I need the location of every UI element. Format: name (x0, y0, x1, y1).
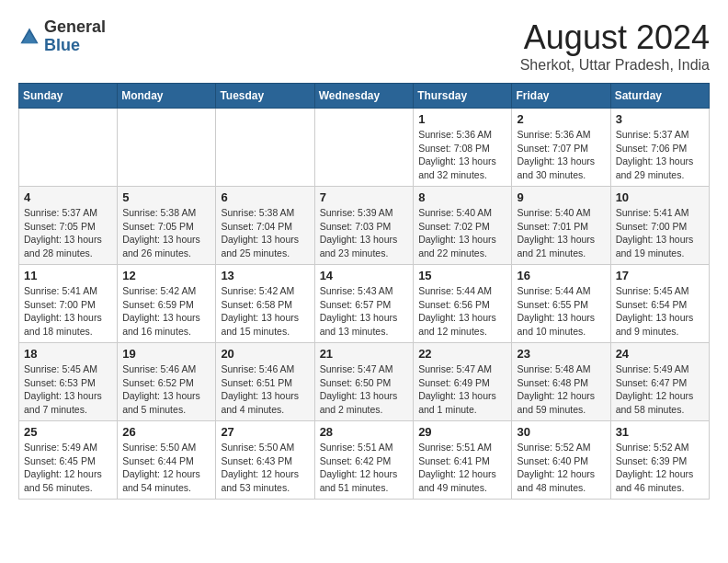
calendar-cell: 16Sunrise: 5:44 AM Sunset: 6:55 PM Dayli… (512, 265, 610, 343)
calendar-cell: 18Sunrise: 5:45 AM Sunset: 6:53 PM Dayli… (19, 343, 118, 421)
day-number: 19 (122, 347, 210, 361)
calendar-cell: 19Sunrise: 5:46 AM Sunset: 6:52 PM Dayli… (118, 343, 216, 421)
calendar-cell: 3Sunrise: 5:37 AM Sunset: 7:06 PM Daylig… (610, 109, 709, 187)
weekday-header-friday: Friday (512, 84, 610, 109)
day-info: Sunrise: 5:50 AM Sunset: 6:43 PM Dayligh… (221, 441, 309, 495)
calendar-week-row: 18Sunrise: 5:45 AM Sunset: 6:53 PM Dayli… (19, 343, 710, 421)
day-info: Sunrise: 5:42 AM Sunset: 6:58 PM Dayligh… (221, 284, 309, 339)
calendar-cell: 6Sunrise: 5:38 AM Sunset: 7:04 PM Daylig… (216, 187, 314, 265)
calendar-cell: 31Sunrise: 5:52 AM Sunset: 6:39 PM Dayli… (610, 421, 709, 500)
day-info: Sunrise: 5:43 AM Sunset: 6:57 PM Dayligh… (320, 284, 409, 339)
logo-blue-text: Blue (44, 36, 80, 54)
calendar-cell: 15Sunrise: 5:44 AM Sunset: 6:56 PM Dayli… (414, 265, 512, 343)
calendar-cell: 28Sunrise: 5:51 AM Sunset: 6:42 PM Dayli… (314, 421, 414, 500)
day-info: Sunrise: 5:46 AM Sunset: 6:51 PM Dayligh… (221, 362, 309, 417)
weekday-header-sunday: Sunday (19, 84, 118, 109)
day-info: Sunrise: 5:39 AM Sunset: 7:03 PM Dayligh… (320, 206, 409, 260)
calendar-cell: 29Sunrise: 5:51 AM Sunset: 6:41 PM Dayli… (414, 421, 512, 500)
day-info: Sunrise: 5:37 AM Sunset: 7:06 PM Dayligh… (616, 128, 704, 182)
day-number: 25 (24, 425, 112, 439)
day-number: 21 (320, 347, 409, 361)
day-number: 20 (221, 347, 309, 361)
calendar-cell: 12Sunrise: 5:42 AM Sunset: 6:59 PM Dayli… (118, 265, 216, 343)
weekday-header-wednesday: Wednesday (314, 84, 414, 109)
day-info: Sunrise: 5:52 AM Sunset: 6:39 PM Dayligh… (616, 441, 704, 495)
day-number: 5 (122, 190, 210, 204)
day-info: Sunrise: 5:38 AM Sunset: 7:04 PM Dayligh… (221, 206, 309, 260)
day-number: 23 (517, 347, 605, 361)
day-info: Sunrise: 5:38 AM Sunset: 7:05 PM Dayligh… (122, 206, 210, 260)
weekday-header-tuesday: Tuesday (216, 84, 314, 109)
calendar-cell: 4Sunrise: 5:37 AM Sunset: 7:05 PM Daylig… (19, 187, 118, 265)
calendar-cell: 21Sunrise: 5:47 AM Sunset: 6:50 PM Dayli… (314, 343, 414, 421)
day-number: 31 (616, 425, 704, 439)
day-info: Sunrise: 5:49 AM Sunset: 6:47 PM Dayligh… (616, 362, 704, 417)
calendar-cell: 24Sunrise: 5:49 AM Sunset: 6:47 PM Dayli… (610, 343, 709, 421)
logo-general-text: General (44, 17, 106, 36)
weekday-header-row: SundayMondayTuesdayWednesdayThursdayFrid… (19, 84, 710, 109)
day-info: Sunrise: 5:47 AM Sunset: 6:50 PM Dayligh… (320, 362, 409, 417)
day-info: Sunrise: 5:37 AM Sunset: 7:05 PM Dayligh… (24, 206, 112, 260)
day-info: Sunrise: 5:44 AM Sunset: 6:56 PM Dayligh… (418, 284, 506, 339)
day-number: 4 (24, 190, 112, 204)
calendar-cell: 10Sunrise: 5:41 AM Sunset: 7:00 PM Dayli… (610, 187, 709, 265)
calendar-cell: 25Sunrise: 5:49 AM Sunset: 6:45 PM Dayli… (19, 421, 118, 500)
day-info: Sunrise: 5:45 AM Sunset: 6:53 PM Dayligh… (24, 362, 112, 417)
calendar-week-row: 1Sunrise: 5:36 AM Sunset: 7:08 PM Daylig… (19, 109, 710, 187)
day-info: Sunrise: 5:41 AM Sunset: 7:00 PM Dayligh… (616, 206, 704, 260)
weekday-header-monday: Monday (118, 84, 216, 109)
calendar-cell: 2Sunrise: 5:36 AM Sunset: 7:07 PM Daylig… (512, 109, 610, 187)
calendar-cell: 26Sunrise: 5:50 AM Sunset: 6:44 PM Dayli… (118, 421, 216, 500)
calendar-cell (118, 109, 216, 187)
calendar-cell: 27Sunrise: 5:50 AM Sunset: 6:43 PM Dayli… (216, 421, 314, 500)
day-number: 2 (517, 112, 605, 126)
day-info: Sunrise: 5:49 AM Sunset: 6:45 PM Dayligh… (24, 441, 112, 495)
day-number: 22 (418, 347, 506, 361)
day-number: 3 (616, 112, 704, 126)
day-number: 10 (616, 190, 704, 204)
calendar-cell: 14Sunrise: 5:43 AM Sunset: 6:57 PM Dayli… (314, 265, 414, 343)
day-number: 14 (320, 269, 409, 282)
calendar-cell: 20Sunrise: 5:46 AM Sunset: 6:51 PM Dayli… (216, 343, 314, 421)
day-number: 1 (418, 112, 506, 126)
day-number: 7 (320, 190, 409, 204)
calendar-cell: 9Sunrise: 5:40 AM Sunset: 7:01 PM Daylig… (512, 187, 610, 265)
month-year-title: August 2024 (520, 18, 710, 57)
day-number: 28 (320, 425, 409, 439)
day-number: 12 (122, 269, 210, 282)
logo-icon (18, 26, 40, 48)
location-subtitle: Sherkot, Uttar Pradesh, India (520, 57, 710, 74)
day-number: 6 (221, 190, 309, 204)
calendar-cell: 17Sunrise: 5:45 AM Sunset: 6:54 PM Dayli… (610, 265, 709, 343)
calendar-cell (19, 109, 118, 187)
day-number: 15 (418, 269, 506, 282)
day-info: Sunrise: 5:40 AM Sunset: 7:02 PM Dayligh… (418, 206, 506, 260)
day-number: 26 (122, 425, 210, 439)
calendar-table: SundayMondayTuesdayWednesdayThursdayFrid… (18, 83, 710, 500)
calendar-cell: 1Sunrise: 5:36 AM Sunset: 7:08 PM Daylig… (414, 109, 512, 187)
day-info: Sunrise: 5:41 AM Sunset: 7:00 PM Dayligh… (24, 284, 112, 339)
day-info: Sunrise: 5:51 AM Sunset: 6:41 PM Dayligh… (418, 441, 506, 495)
weekday-header-thursday: Thursday (414, 84, 512, 109)
calendar-cell: 7Sunrise: 5:39 AM Sunset: 7:03 PM Daylig… (314, 187, 414, 265)
weekday-header-saturday: Saturday (610, 84, 709, 109)
day-info: Sunrise: 5:51 AM Sunset: 6:42 PM Dayligh… (320, 441, 409, 495)
logo: General Blue (18, 18, 106, 55)
day-number: 17 (616, 269, 704, 282)
title-block: August 2024 Sherkot, Uttar Pradesh, Indi… (520, 18, 710, 74)
calendar-week-row: 25Sunrise: 5:49 AM Sunset: 6:45 PM Dayli… (19, 421, 710, 500)
day-info: Sunrise: 5:40 AM Sunset: 7:01 PM Dayligh… (517, 206, 605, 260)
day-info: Sunrise: 5:42 AM Sunset: 6:59 PM Dayligh… (122, 284, 210, 339)
day-number: 27 (221, 425, 309, 439)
calendar-cell (216, 109, 314, 187)
calendar-cell: 11Sunrise: 5:41 AM Sunset: 7:00 PM Dayli… (19, 265, 118, 343)
day-number: 8 (418, 190, 506, 204)
day-info: Sunrise: 5:50 AM Sunset: 6:44 PM Dayligh… (122, 441, 210, 495)
day-number: 13 (221, 269, 309, 282)
calendar-cell: 23Sunrise: 5:48 AM Sunset: 6:48 PM Dayli… (512, 343, 610, 421)
day-number: 16 (517, 269, 605, 282)
day-number: 29 (418, 425, 506, 439)
page-header: General Blue August 2024 Sherkot, Uttar … (18, 18, 710, 74)
day-info: Sunrise: 5:46 AM Sunset: 6:52 PM Dayligh… (122, 362, 210, 417)
calendar-cell: 13Sunrise: 5:42 AM Sunset: 6:58 PM Dayli… (216, 265, 314, 343)
